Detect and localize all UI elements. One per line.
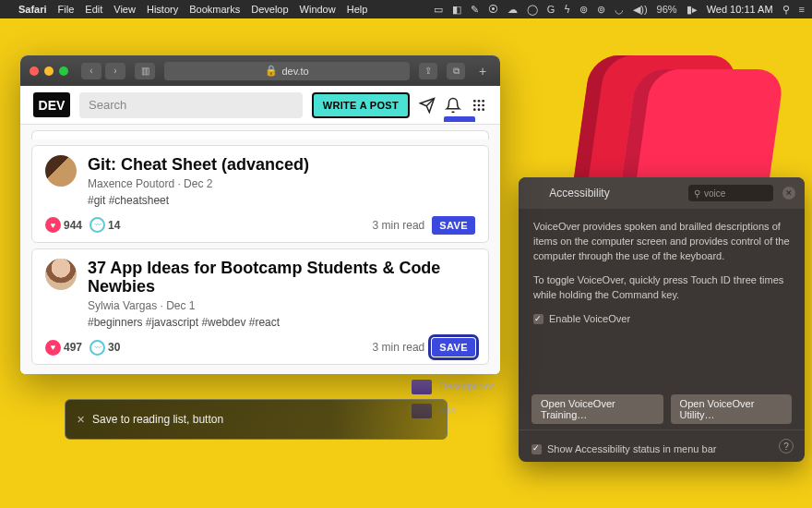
menubar-app[interactable]: Safari	[18, 4, 47, 15]
article-date: Dec 2	[184, 177, 212, 190]
svg-point-6	[473, 108, 476, 111]
lock-icon: 🔒	[265, 65, 278, 77]
save-button[interactable]	[444, 116, 475, 122]
author-name[interactable]: Maxence Poutord	[88, 177, 174, 190]
comment-count: 14	[108, 219, 120, 232]
show-status-checkbox[interactable]: Show Accessibility status in menu bar	[531, 443, 716, 454]
battery-icon[interactable]: ▮▸	[687, 4, 698, 16]
close-icon[interactable]: ✕	[77, 414, 85, 426]
author-name[interactable]: Sylwia Vargas	[88, 299, 157, 312]
enable-voiceover-label: Enable VoiceOver	[549, 312, 630, 327]
window-title: Accessibility	[480, 187, 679, 200]
url-host: dev.to	[281, 66, 308, 77]
search-value: voice	[704, 188, 725, 199]
search-input[interactable]: Search	[79, 92, 303, 118]
write-post-button[interactable]: WRITE A POST	[312, 92, 410, 118]
article-title[interactable]: 37 App Ideas for Bootcamp Students & Cod…	[88, 259, 475, 296]
svg-point-0	[473, 100, 476, 103]
heart-icon[interactable]	[45, 217, 61, 233]
dev-header: DEV Search WRITE A POST	[20, 86, 500, 125]
clear-search-icon[interactable]: ✕	[782, 187, 795, 200]
forward-button[interactable]: ›	[105, 63, 125, 79]
a11y-toggle-hint: To toggle VoiceOver, quickly press Touch…	[533, 273, 790, 303]
open-utility-button[interactable]: Open VoiceOver Utility…	[671, 394, 792, 424]
a11y-search-input[interactable]: ⚲ voice	[688, 185, 773, 201]
menu-icon[interactable]: ≡	[799, 4, 805, 15]
comment-icon[interactable]	[90, 217, 105, 233]
spotlight-icon[interactable]: ⚲	[782, 4, 790, 16]
menu-history[interactable]: History	[147, 4, 178, 15]
address-bar[interactable]: 🔒 dev.to	[164, 62, 410, 80]
svg-point-7	[478, 108, 481, 111]
status-icon[interactable]: ϟ	[564, 4, 570, 16]
sidebar-item-descriptions[interactable]: Descriptions	[412, 380, 496, 394]
read-time: 3 min read	[373, 219, 425, 232]
status-icon[interactable]: ◯	[527, 4, 538, 16]
author-avatar[interactable]	[45, 155, 77, 187]
menubar-clock[interactable]: Wed 10:11 AM	[707, 4, 773, 15]
status-icon[interactable]: G	[547, 4, 555, 15]
checkbox-icon	[531, 444, 542, 454]
back-button[interactable]: ‹	[81, 63, 102, 79]
connect-icon[interactable]	[419, 97, 436, 114]
menu-view[interactable]: View	[113, 4, 136, 15]
menu-grid-icon[interactable]	[471, 98, 487, 113]
article-title[interactable]: Git: Cheat Sheet (advanced)	[88, 155, 475, 175]
menu-edit[interactable]: Edit	[85, 4, 102, 15]
svg-point-8	[482, 108, 484, 111]
status-icon[interactable]: ◧	[452, 4, 461, 16]
svg-point-5	[482, 103, 484, 106]
checkbox-icon	[533, 314, 543, 324]
wifi-icon[interactable]: ◡	[615, 4, 624, 16]
svg-point-1	[478, 100, 481, 103]
status-icon[interactable]: ▭	[434, 4, 443, 16]
traffic-lights[interactable]	[30, 67, 68, 76]
tabs-button[interactable]: ⧉	[447, 63, 465, 79]
feed: Git: Cheat Sheet (advanced) Maxence Pout…	[20, 125, 500, 374]
svg-point-4	[478, 103, 481, 106]
evernote-icon[interactable]: ✎	[471, 4, 479, 16]
menu-window[interactable]: Window	[300, 4, 336, 15]
save-button[interactable]: SAVE	[432, 338, 475, 357]
macos-menubar: Safari File Edit View History Bookmarks …	[0, 0, 812, 18]
share-button[interactable]: ⇪	[419, 63, 437, 79]
svg-point-2	[482, 100, 484, 103]
a11y-description: VoiceOver provides spoken and brailled d…	[533, 220, 790, 264]
author-avatar[interactable]	[45, 259, 77, 290]
voiceover-caption-text: Save to reading list, button	[92, 413, 223, 426]
save-button[interactable]: SAVE	[432, 216, 475, 235]
svg-point-3	[473, 103, 476, 106]
article-card[interactable]: 37 App Ideas for Bootcamp Students & Cod…	[31, 248, 489, 365]
enable-voiceover-checkbox[interactable]: Enable VoiceOver	[533, 312, 790, 327]
menu-help[interactable]: Help	[347, 4, 368, 15]
safari-content: DEV Search WRITE A POST Git: Cheat Sheet…	[20, 86, 500, 374]
reaction-count: 944	[64, 219, 82, 232]
heart-icon[interactable]	[45, 340, 61, 356]
comment-count: 30	[108, 341, 120, 354]
wifi-icon[interactable]: ⊚	[597, 4, 605, 16]
reaction-count: 497	[64, 341, 82, 354]
sidebar-button[interactable]: ▥	[135, 63, 155, 79]
article-card	[31, 130, 489, 139]
menu-file[interactable]: File	[58, 4, 75, 15]
notifications-icon[interactable]	[445, 97, 461, 114]
open-training-button[interactable]: Open VoiceOver Training…	[531, 394, 663, 424]
voiceover-caption: ✕ Save to reading list, button	[65, 399, 448, 440]
article-card[interactable]: Git: Cheat Sheet (advanced) Maxence Pout…	[31, 145, 489, 243]
search-placeholder: Search	[89, 98, 126, 112]
show-status-label: Show Accessibility status in menu bar	[547, 443, 716, 454]
new-tab-button[interactable]: +	[474, 64, 491, 79]
comment-icon[interactable]	[90, 340, 105, 356]
article-tags[interactable]: #git #cheatsheet	[88, 194, 475, 207]
battery-percent[interactable]: 96%	[657, 4, 677, 15]
dev-logo[interactable]: DEV	[33, 92, 70, 117]
accessibility-status-icon[interactable]: ⊚	[579, 4, 588, 16]
safari-window: ‹ › ▥ 🔒 dev.to ⇪ ⧉ + DEV Search WRITE A …	[20, 55, 500, 374]
menu-bookmarks[interactable]: Bookmarks	[189, 4, 240, 15]
menu-develop[interactable]: Develop	[251, 4, 288, 15]
help-button[interactable]: ?	[779, 439, 794, 454]
cloud-icon[interactable]: ☁	[508, 4, 518, 16]
article-tags[interactable]: #beginners #javascript #webdev #react	[88, 316, 475, 329]
status-icon[interactable]: ⦿	[488, 4, 498, 15]
volume-icon[interactable]: ◀))	[633, 4, 647, 16]
